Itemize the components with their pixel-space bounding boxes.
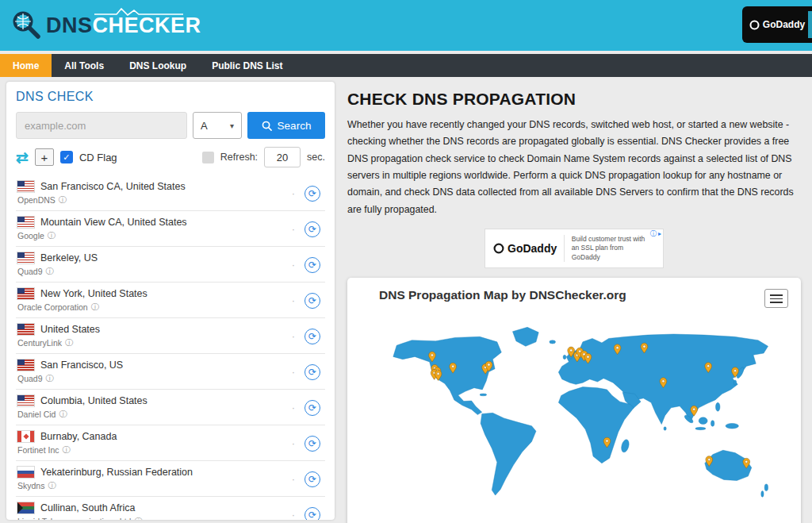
magnifier-globe-icon [11,10,43,41]
record-type-value: A [201,120,208,132]
row-refresh-icon[interactable]: ⟳ [304,471,320,487]
info-icon[interactable]: ⓘ [48,230,56,241]
refresh-label: Refresh: [220,152,258,163]
nav-all-tools[interactable]: All Tools [52,54,117,77]
server-row-right: · ⟳ [292,293,324,309]
result-placeholder: · [292,437,295,449]
server-row-main: San Francisco, US Quad9 ⓘ [17,360,292,384]
server-row-right: · ⟳ [292,364,324,380]
info-icon[interactable]: ⓘ [48,480,56,491]
cd-flag-checkbox[interactable]: ✓ [60,151,73,163]
server-row-main: Burnaby, Canada Fortinet Inc ⓘ [17,431,292,456]
map-area [360,302,788,523]
server-list: San Francisco CA, United States OpenDNS … [16,175,325,520]
row-refresh-icon[interactable]: ⟳ [304,436,320,452]
info-icon[interactable]: ⓘ [59,194,67,206]
logo-wordmark: DNSCHECKER [46,13,201,38]
server-row-right: · ⟳ [292,436,324,452]
server-provider: Fortinet Inc [17,445,59,455]
logo-text-checker: CHECKER [93,13,201,37]
server-provider: Quad9 [17,267,43,276]
godaddy-ad-banner[interactable]: GoDaddy Build customer trust with an SSL… [485,229,664,268]
page-body: DNS CHECK A ▾ Search ⇄ + ✓ CD Flag Refre… [0,77,812,520]
refresh-unit-label: sec. [307,152,325,163]
refresh-seconds-input[interactable] [264,147,301,167]
site-header: DNSCHECKER GoDaddy [0,0,812,51]
godaddy-logo-icon [493,243,504,254]
adchoices-icon[interactable]: ⓘ ▸ [650,229,661,238]
record-type-select[interactable]: A ▾ [193,112,242,139]
pulse-line-icon [94,8,183,16]
result-placeholder: · [292,509,295,520]
page-title: CHECK DNS PROPAGATION [347,90,801,109]
server-provider: Quad9 [17,374,43,383]
page-description: Whether you have recently changed your D… [347,117,801,218]
us-flag-icon [17,288,34,299]
nav-dns-lookup[interactable]: DNS Lookup [117,54,199,77]
result-placeholder: · [292,330,295,342]
row-refresh-icon[interactable]: ⟳ [304,364,320,380]
refresh-checkbox[interactable] [202,152,214,163]
server-location: Berkeley, US [40,252,98,263]
us-flag-icon [17,217,34,228]
ru-flag-icon [17,467,34,478]
server-row: New York, United States Oracle Corporati… [16,283,325,318]
ca-flag-icon [17,431,34,442]
server-provider: CenturyLink [17,338,62,348]
server-row: San Francisco, US Quad9 ⓘ · ⟳ [16,354,325,390]
row-refresh-icon[interactable]: ⟳ [304,221,320,237]
server-row-right: · ⟳ [292,186,324,202]
godaddy-logo-icon [749,20,760,30]
info-icon[interactable]: ⓘ [46,373,54,384]
search-row: A ▾ Search [16,112,325,139]
server-row-right: · ⟳ [292,221,324,237]
info-icon[interactable]: ⓘ [65,337,73,348]
info-icon[interactable]: ⓘ [59,409,67,420]
info-icon[interactable]: ⓘ [91,302,99,313]
result-placeholder: · [292,402,295,413]
server-row: Yekaterinburg, Russian Federation Skydns… [16,461,325,497]
server-row-right: · ⟳ [292,329,324,344]
row-refresh-icon[interactable]: ⟳ [304,186,320,202]
row-refresh-icon[interactable]: ⟳ [304,293,320,309]
info-icon[interactable]: ⓘ [46,266,54,277]
server-row: Columbia, United States Daniel Cid ⓘ · ⟳ [16,390,325,425]
site-logo[interactable]: DNSCHECKER [11,10,201,41]
us-flag-icon [17,252,34,263]
ad-brand-label: GoDaddy [508,242,557,255]
server-row-right: · ⟳ [292,400,324,416]
nav-home[interactable]: Home [0,54,52,77]
nav-public-dns-list[interactable]: Public DNS List [199,54,295,77]
server-location: Columbia, United States [40,395,147,406]
server-provider: OpenDNS [17,195,56,205]
map-title: DNS Propagation Map by DNSChecker.org [360,288,788,302]
map-menu-button[interactable] [764,289,788,308]
server-location: Mountain View CA, United States [40,217,187,228]
ad-cutoff-decoration [808,11,812,38]
result-placeholder: · [292,366,295,378]
server-row-right: · ⟳ [292,257,324,273]
us-flag-icon [17,360,34,371]
info-icon[interactable]: ⓘ [134,516,142,520]
search-button[interactable]: Search [247,112,325,139]
server-location: Yekaterinburg, Russian Federation [40,467,193,478]
domain-input[interactable] [16,112,187,139]
header-godaddy-ad[interactable]: GoDaddy [742,6,812,43]
server-location: Cullinan, South Africa [40,502,136,513]
server-provider: Liquid Telecommunications Ltd [17,517,131,520]
server-location: United States [40,324,100,335]
info-icon[interactable]: ⓘ [63,444,71,456]
za-flag-icon [17,502,34,513]
us-flag-icon [17,395,34,406]
server-provider: Daniel Cid [17,410,56,419]
add-button[interactable]: + [35,148,54,166]
us-flag-icon [17,324,34,335]
server-location: Burnaby, Canada [40,431,117,442]
row-refresh-icon[interactable]: ⟳ [304,400,320,416]
row-refresh-icon[interactable]: ⟳ [304,507,320,521]
swap-arrows-icon[interactable]: ⇄ [16,150,29,165]
world-map [360,315,788,523]
row-refresh-icon[interactable]: ⟳ [304,329,320,344]
row-refresh-icon[interactable]: ⟳ [304,257,320,273]
search-icon [262,121,272,131]
